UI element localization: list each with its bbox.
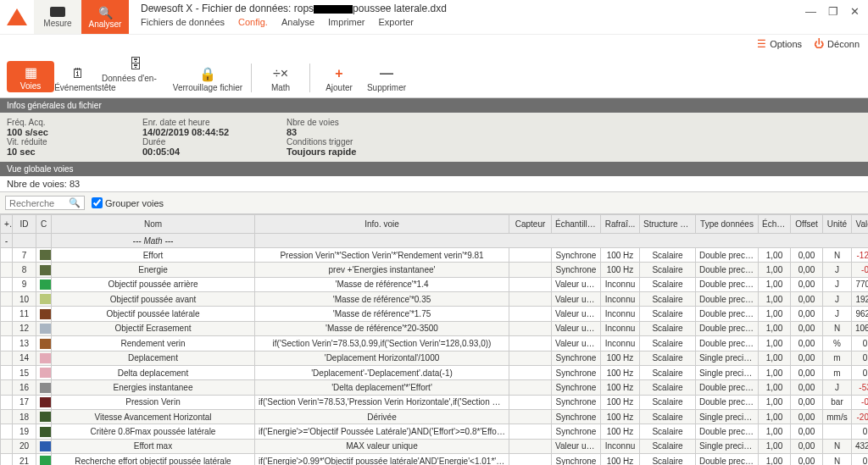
cell-color[interactable] <box>36 409 52 423</box>
minimize-button[interactable]: — <box>805 5 816 18</box>
cell-echelle: 1,00 <box>759 454 791 465</box>
gauge-icon <box>50 7 65 17</box>
enr-value: 14/02/2019 08:44:52 <box>142 127 287 137</box>
search-input[interactable] <box>9 198 69 208</box>
cell-struct: Scalaire <box>640 454 696 465</box>
col-capteur[interactable]: Capteur <box>509 215 552 234</box>
cell-struct: Scalaire <box>640 307 696 321</box>
cell-info: 'Delta deplacement'*'Effort' <box>255 380 509 395</box>
cell-offset: 0,00 <box>791 454 823 465</box>
table-row[interactable]: 16Energies instantanee'Delta deplacement… <box>1 380 869 395</box>
col-type[interactable]: Type données <box>696 215 759 234</box>
col-offset[interactable]: Offset <box>791 215 823 234</box>
cell-info: if('Section Verin'=78.53,'Pression Verin… <box>255 395 509 409</box>
cell-echelle: 1,00 <box>759 248 791 263</box>
cell-type: Double precision <box>696 292 759 307</box>
search-box[interactable]: 🔍 <box>5 196 85 210</box>
cell-offset: 0,00 <box>791 336 823 351</box>
table-row[interactable]: 20Effort maxMAX valeur uniqueValeur uniq… <box>1 439 869 453</box>
tab-analyser[interactable]: 🔍 Analyser <box>81 0 129 34</box>
group-toggle[interactable]: - <box>1 234 13 248</box>
cell-color[interactable] <box>36 380 52 395</box>
cell-ech: Valeur unique <box>552 307 601 321</box>
col-val[interactable]: Valeur... <box>852 215 869 234</box>
cell-color[interactable] <box>36 365 52 379</box>
section-infos-fichier: Infos générales du fichier <box>0 98 868 113</box>
menu-analyse[interactable]: Analyse <box>281 17 314 27</box>
table-row[interactable]: 7EffortPression Verin'*'Section Verin'*'… <box>1 248 869 263</box>
redacted-text <box>314 5 353 14</box>
menu-config[interactable]: Config. <box>238 17 268 27</box>
cell-raf: 100 Hz <box>601 409 640 423</box>
col-expand[interactable]: + <box>1 215 13 234</box>
grouper-voies-input[interactable] <box>92 197 103 208</box>
col-info[interactable]: Info. voie <box>255 215 509 234</box>
table-row[interactable]: 11Objectif poussée latérale'Masse de réf… <box>1 307 869 321</box>
menu-fichiers[interactable]: Fichiers de données <box>141 17 225 27</box>
cell-ech: Synchrone <box>552 263 601 277</box>
cell-echelle: 1,00 <box>759 439 791 453</box>
col-unit[interactable]: Unité <box>823 215 852 234</box>
cell-color[interactable] <box>36 321 52 335</box>
col-raf[interactable]: Rafraî... <box>601 215 640 234</box>
cell-color[interactable] <box>36 351 52 365</box>
table-row[interactable]: 14Deplacement'Deplacement Horizontal'/10… <box>1 351 869 365</box>
cell-offset: 0,00 <box>791 409 823 423</box>
table-row[interactable]: 8Energieprev +'Energies instantanee'Sync… <box>1 263 869 277</box>
cell-info: Dérivée <box>255 409 509 423</box>
channels-icon: ▦ <box>25 63 37 81</box>
tool-math[interactable]: ÷× Math <box>257 64 304 92</box>
cell-capteur <box>509 439 552 453</box>
cell-color[interactable] <box>36 424 52 439</box>
cell-id: 15 <box>13 365 36 379</box>
cell-color[interactable] <box>36 248 52 263</box>
grouper-voies-checkbox[interactable]: Grouper voies <box>92 197 164 208</box>
tool-evenements[interactable]: 🗓 Événements <box>54 64 102 92</box>
cell-type: Double precision <box>696 248 759 263</box>
table-row[interactable]: 15Delta deplacement'Deplacement'-'Deplac… <box>1 365 869 379</box>
col-echelle[interactable]: Échelle <box>759 215 791 234</box>
cell-color[interactable] <box>36 292 52 307</box>
cell-color[interactable] <box>36 439 52 453</box>
tool-ajouter[interactable]: + Ajouter <box>315 64 363 92</box>
maximize-button[interactable]: ❐ <box>828 5 838 18</box>
database-icon: 🗄 <box>129 55 142 74</box>
table-row[interactable]: 10Objectif poussée avant'Masse de référe… <box>1 292 869 307</box>
table-row[interactable]: 12Objectif Ecrasement'Masse de référence… <box>1 321 869 335</box>
tool-verrou[interactable]: 🔒 Verrouillage fichier <box>170 64 246 92</box>
close-button[interactable]: ✕ <box>850 5 860 18</box>
table-row[interactable]: 19Critère 0.8Fmax poussée latéraleif('En… <box>1 424 869 439</box>
search-icon: 🔍 <box>69 197 81 208</box>
col-nom[interactable]: Nom <box>52 215 255 234</box>
menu-exporter[interactable]: Exporter <box>378 17 414 27</box>
table-row[interactable]: 13Rendement verinif('Section Verin'=78.5… <box>1 336 869 351</box>
cell-unit: J <box>823 263 852 277</box>
table-row[interactable]: 18Vitesse Avancement HorizontalDérivéeSy… <box>1 409 869 423</box>
cell-color[interactable] <box>36 263 52 277</box>
tool-voies[interactable]: ▦ Voies <box>7 61 54 92</box>
col-c[interactable]: C <box>36 215 52 234</box>
tool-supprimer[interactable]: — Supprimer <box>363 64 410 92</box>
table-row[interactable]: 21Recherche effort objectif poussée laté… <box>1 454 869 465</box>
cell-color[interactable] <box>36 454 52 465</box>
cell-offset: 0,00 <box>791 424 823 439</box>
cell-struct: Scalaire <box>640 380 696 395</box>
cell-unit: J <box>823 277 852 291</box>
nbre-voies: Nbre de voies: 83 <box>0 176 868 191</box>
col-ech[interactable]: Échantillon... <box>552 215 601 234</box>
cell-color[interactable] <box>36 336 52 351</box>
table-row[interactable]: 9Objectif poussée arrière'Masse de référ… <box>1 277 869 291</box>
menu-imprimer[interactable]: Imprimer <box>328 17 364 27</box>
cell-ech: Synchrone <box>552 409 601 423</box>
cell-color[interactable] <box>36 277 52 291</box>
table-row[interactable]: 17Pression Verinif('Section Verin'=78.53… <box>1 395 869 409</box>
options-button[interactable]: ☰Options <box>757 38 802 50</box>
cell-id: 13 <box>13 336 36 351</box>
tab-mesure[interactable]: Mesure <box>34 0 81 34</box>
deconnexion-button[interactable]: ⏻Déconn <box>814 38 860 50</box>
cell-color[interactable] <box>36 307 52 321</box>
col-struct[interactable]: Structure de... <box>640 215 696 234</box>
cell-color[interactable] <box>36 395 52 409</box>
col-id[interactable]: ID <box>13 215 36 234</box>
tool-entete[interactable]: 🗄 Données d'en-tête <box>102 55 170 92</box>
